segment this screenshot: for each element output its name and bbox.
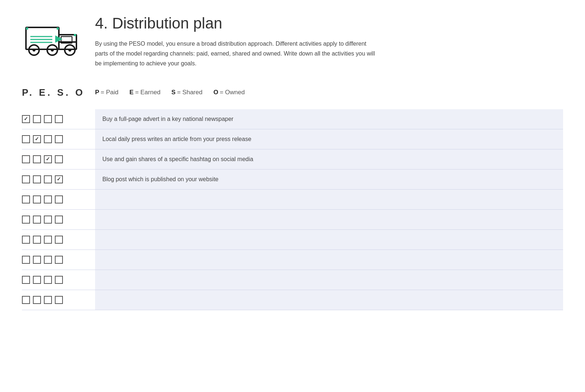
table-row [22,230,563,250]
checkboxes-cell-0: ✓ [22,109,95,129]
svg-point-7 [51,49,54,52]
checkbox-row6-col0[interactable] [22,236,30,244]
checkbox-row7-col1[interactable] [33,256,41,264]
checkboxes-cell-2: ✓ [22,149,95,169]
checkbox-row6-col1[interactable] [33,236,41,244]
content-cell-7 [95,250,563,270]
svg-point-9 [68,49,71,52]
checkboxes-cell-6 [22,230,95,250]
legend-item-e: E = Earned [129,89,161,96]
content-cell-4 [95,190,563,209]
content-cell-2: Use and gain shares of a specific hashta… [95,149,563,169]
legend-item-s: S = Shared [171,89,203,96]
checkbox-row2-col1[interactable] [33,155,41,163]
checkbox-row8-col0[interactable] [22,276,30,284]
checkbox-row2-col0[interactable] [22,155,30,163]
legend-item-o: O = Owned [214,89,245,96]
truck-icon [22,15,80,66]
header-section: 4. Distribution plan By using the PESO m… [22,15,563,69]
checkbox-row8-col2[interactable] [44,276,52,284]
checkbox-row3-col2[interactable] [44,175,52,183]
checkboxes-cell-1: ✓ [22,129,95,149]
svg-point-5 [33,49,35,52]
checkbox-row7-col0[interactable] [22,256,30,264]
table-row [22,210,563,230]
table-row: ✓Local daily press writes an article fro… [22,129,563,149]
checkbox-row0-col2[interactable] [44,115,52,123]
checkbox-row0-col1[interactable] [33,115,41,123]
checkbox-row6-col3[interactable] [55,236,63,244]
checkbox-row4-col3[interactable] [55,195,63,203]
checkbox-row1-col2[interactable] [44,135,52,143]
checkbox-row8-col3[interactable] [55,276,63,284]
checkbox-row0-col3[interactable] [55,115,63,123]
legend-text-p: = Paid [101,89,118,96]
legend-text-e: = Earned [135,89,160,96]
checkbox-row2-col3[interactable] [55,155,63,163]
checkbox-row5-col3[interactable] [55,216,63,224]
checkbox-row8-col1[interactable] [33,276,41,284]
checkbox-row1-col0[interactable] [22,135,30,143]
checkbox-row9-col1[interactable] [33,296,41,304]
checkbox-row9-col2[interactable] [44,296,52,304]
content-cell-6 [95,230,563,250]
checkbox-row7-col3[interactable] [55,256,63,264]
page-title: 4. Distribution plan [95,15,563,32]
checkboxes-cell-7 [22,250,95,270]
checkbox-row6-col2[interactable] [44,236,52,244]
content-cell-9 [95,290,563,310]
legend-letter-p: P [95,89,99,96]
header-text: 4. Distribution plan By using the PESO m… [95,15,563,69]
content-cell-5 [95,210,563,229]
checkbox-row7-col2[interactable] [44,256,52,264]
content-cell-1: Local daily press writes an article from… [95,129,563,149]
svg-rect-15 [57,27,59,30]
table-row: ✓Use and gain shares of a specific hasht… [22,149,563,170]
svg-rect-14 [26,27,28,30]
checkbox-row5-col1[interactable] [33,216,41,224]
checkboxes-cell-3: ✓ [22,170,95,189]
table-row [22,250,563,270]
table-row [22,290,563,310]
checkbox-row4-col0[interactable] [22,195,30,203]
checkbox-row9-col3[interactable] [55,296,63,304]
legend-letter-s: S [171,89,176,96]
checkbox-row5-col2[interactable] [44,216,52,224]
checkbox-row0-col0[interactable]: ✓ [22,115,30,123]
legend-item-p: P = Paid [95,89,118,96]
legend-letter-o: O [214,89,218,96]
page-description: By using the PESO model, you ensure a br… [95,39,380,69]
checkbox-row3-col1[interactable] [33,175,41,183]
content-cell-3: Blog post which is published on your web… [95,170,563,189]
checkbox-row3-col3[interactable]: ✓ [55,175,63,183]
peso-label: P. E. S. O [22,87,95,98]
legend-text-s: = Shared [177,89,202,96]
content-cell-8 [95,270,563,290]
table-row [22,190,563,210]
checkbox-row5-col0[interactable] [22,216,30,224]
legend-letter-e: E [129,89,133,96]
checkboxes-cell-4 [22,190,95,209]
checkbox-row1-col3[interactable] [55,135,63,143]
legend-text-o: = Owned [220,89,245,96]
checkbox-row3-col0[interactable] [22,175,30,183]
checkbox-row4-col2[interactable] [44,195,52,203]
checkbox-row1-col1[interactable]: ✓ [33,135,41,143]
checkboxes-cell-8 [22,270,95,290]
content-cell-0: Buy a full-page advert in a key national… [95,109,563,129]
table-row: ✓Blog post which is published on your we… [22,170,563,190]
checkboxes-cell-9 [22,290,95,310]
svg-rect-16 [74,34,76,36]
peso-legend-section: P. E. S. O P = Paid E = Earned S = Share… [22,83,563,98]
table-section: ✓Buy a full-page advert in a key nationa… [22,109,563,310]
table-row: ✓Buy a full-page advert in a key nationa… [22,109,563,129]
checkbox-row4-col1[interactable] [33,195,41,203]
checkbox-row9-col0[interactable] [22,296,30,304]
checkboxes-cell-5 [22,210,95,229]
checkbox-row2-col2[interactable]: ✓ [44,155,52,163]
table-row [22,270,563,290]
peso-legend: P = Paid E = Earned S = Shared O = Owned [95,89,245,96]
